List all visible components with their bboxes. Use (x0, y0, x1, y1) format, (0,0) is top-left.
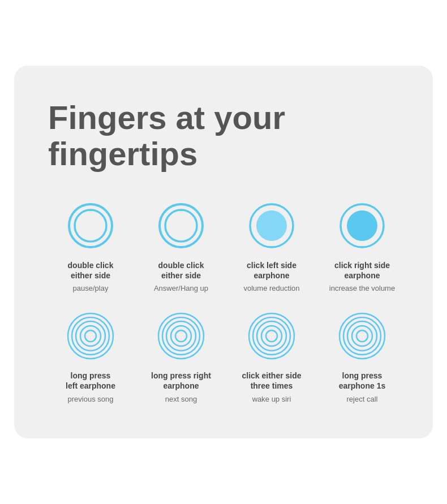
svg-point-1 (75, 210, 106, 242)
svg-point-9 (72, 317, 109, 355)
reject-call-icon (337, 311, 388, 361)
feature-subtitle: wake up siri (252, 395, 291, 404)
feature-title: long press left earphone (66, 371, 115, 391)
feature-title: click right side earphone (334, 260, 390, 281)
feature-title: double click either side (158, 260, 204, 281)
feature-title: double click either side (68, 260, 114, 281)
next-song-icon (156, 311, 207, 361)
feature-subtitle: next song (165, 395, 197, 404)
prev-song-icon (65, 311, 116, 361)
svg-point-8 (68, 313, 113, 359)
feature-title: click left side earphone (247, 260, 296, 281)
feature-subtitle: Answer/Hang up (154, 284, 208, 294)
page-title: Fingers at your fingertips (48, 100, 405, 172)
svg-point-5 (256, 210, 287, 241)
svg-point-17 (175, 330, 187, 342)
svg-point-3 (165, 210, 197, 242)
svg-point-18 (249, 313, 294, 359)
feature-subtitle: reject call (347, 395, 378, 404)
feature-title: long press earphone 1s (339, 371, 385, 391)
svg-point-24 (343, 317, 381, 355)
feature-item-vol-down: click left side earphone volume reductio… (229, 200, 314, 294)
answer-icon (156, 200, 207, 251)
svg-point-21 (261, 326, 282, 346)
svg-point-26 (352, 326, 372, 346)
feature-item-pause-play: double click either side pause/play (48, 200, 133, 294)
feature-item-next: long press right earphone next song (139, 311, 224, 404)
svg-point-12 (85, 330, 96, 342)
svg-point-22 (266, 330, 277, 342)
svg-point-27 (356, 330, 368, 342)
main-card: Fingers at your fingertips double click … (14, 66, 433, 438)
pause-play-icon (65, 200, 116, 251)
feature-subtitle: volume reduction (244, 284, 300, 294)
feature-subtitle: pause/play (73, 284, 109, 294)
svg-point-14 (162, 317, 200, 355)
feature-subtitle: increase the volume (329, 284, 395, 294)
feature-title: click either side three times (242, 371, 301, 391)
vol-down-icon (246, 200, 297, 251)
svg-point-11 (80, 326, 101, 346)
features-grid: double click either side pause/play doub… (48, 200, 405, 404)
siri-icon (246, 311, 297, 361)
feature-item-siri: click either side three times wake up si… (229, 311, 314, 404)
svg-point-7 (347, 210, 377, 241)
svg-point-23 (339, 313, 385, 359)
svg-point-13 (158, 313, 204, 359)
svg-point-16 (171, 326, 191, 346)
feature-item-reject: long press earphone 1s reject call (320, 311, 405, 404)
feature-item-prev: long press left earphone previous song (48, 311, 133, 404)
svg-point-19 (253, 317, 290, 355)
feature-title: long press right earphone (151, 371, 211, 391)
feature-item-vol-up: click right side earphone increase the v… (320, 200, 405, 294)
feature-subtitle: previous song (68, 395, 114, 404)
vol-up-icon (337, 200, 388, 251)
feature-item-answer: double click either side Answer/Hang up (139, 200, 224, 294)
